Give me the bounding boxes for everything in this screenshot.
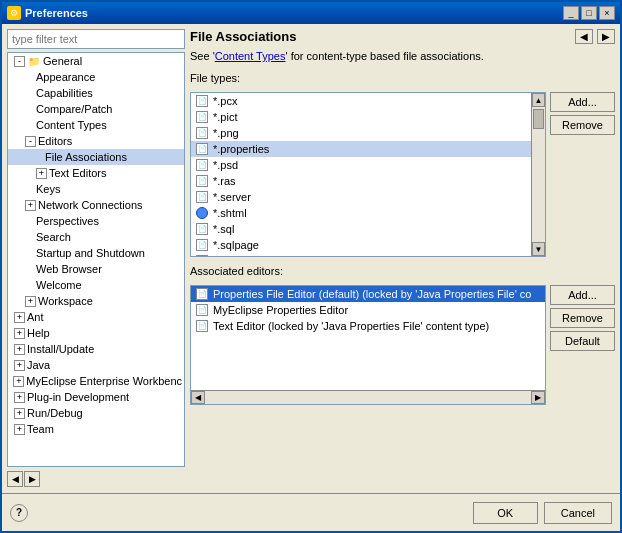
filetype-psd[interactable]: 📄 *.psd [191, 157, 531, 173]
cancel-button[interactable]: Cancel [544, 502, 612, 524]
editor-default-button[interactable]: Default [550, 331, 615, 351]
content-types-link[interactable]: Content Types [215, 50, 286, 62]
scroll-up-btn[interactable]: ▲ [532, 93, 545, 107]
filetype-list-container[interactable]: 📄 *.pcx 📄 *.pict 📄 *.png [191, 93, 531, 256]
minimize-button[interactable]: _ [563, 6, 579, 20]
panel-title: File Associations [190, 29, 296, 44]
window-title: Preferences [25, 7, 88, 19]
scroll-thumb[interactable] [533, 109, 544, 129]
tree-item-welcome[interactable]: Welcome [8, 277, 184, 293]
expand-ant[interactable]: + [14, 312, 25, 323]
expand-general[interactable]: - [14, 56, 25, 67]
tree-item-java[interactable]: + Java [8, 357, 184, 373]
h-scroll-track[interactable] [205, 391, 531, 404]
tree-container[interactable]: - 📁 General Appearance [7, 52, 185, 467]
tree-item-ant[interactable]: + Ant [8, 309, 184, 325]
scroll-track[interactable] [532, 107, 545, 242]
tree-item-appearance[interactable]: Appearance [8, 69, 184, 85]
editors-h-scrollbar[interactable]: ◀ ▶ [191, 390, 545, 404]
h-scroll-left[interactable]: ◀ [191, 391, 205, 404]
scroll-down-btn[interactable]: ▼ [532, 242, 545, 256]
tree-item-help[interactable]: + Help [8, 325, 184, 341]
expand-network[interactable]: + [25, 200, 36, 211]
tree-item-file-associations[interactable]: File Associations [8, 149, 184, 165]
left-nav: ◀ ▶ [7, 470, 185, 488]
editor-myeclipse-properties[interactable]: 📄 MyEclipse Properties Editor [191, 302, 545, 318]
expand-install[interactable]: + [14, 344, 25, 355]
tree-label-file-associations: File Associations [45, 151, 127, 163]
tree-item-perspectives[interactable]: Perspectives [8, 213, 184, 229]
tree-label-help: Help [27, 327, 50, 339]
expand-help[interactable]: + [14, 328, 25, 339]
content-area: - 📁 General Appearance [2, 24, 620, 531]
editor-icon-text: 📄 [195, 320, 209, 332]
tree-item-general[interactable]: - 📁 General [8, 53, 184, 69]
expand-editors[interactable]: - [25, 136, 36, 147]
tree-item-workspace[interactable]: + Workspace [8, 293, 184, 309]
search-input[interactable] [7, 29, 185, 49]
filetype-png[interactable]: 📄 *.png [191, 125, 531, 141]
tree-item-install-update[interactable]: + Install/Update [8, 341, 184, 357]
tree-item-compare-patch[interactable]: Compare/Patch [8, 101, 184, 117]
tree-item-search[interactable]: Search [8, 229, 184, 245]
tree-item-startup-shutdown[interactable]: Startup and Shutdown [8, 245, 184, 261]
tree-item-editors[interactable]: - Editors [8, 133, 184, 149]
expand-run-debug[interactable]: + [14, 408, 25, 419]
tree-item-keys[interactable]: Keys [8, 181, 184, 197]
editor-properties-label: Properties File Editor (default) (locked… [213, 288, 531, 300]
expand-myeclipse[interactable]: + [13, 376, 24, 387]
filetype-add-button[interactable]: Add... [550, 92, 615, 112]
filetype-shtml[interactable]: *.shtml [191, 205, 531, 221]
tree-item-myeclipse[interactable]: + MyEclipse Enterprise Workbenc [8, 373, 184, 389]
tree-label-run-debug: Run/Debug [27, 407, 83, 419]
h-scroll-right[interactable]: ▶ [531, 391, 545, 404]
help-button[interactable]: ? [10, 504, 28, 522]
tree-item-run-debug[interactable]: + Run/Debug [8, 405, 184, 421]
filetype-remove-button[interactable]: Remove [550, 115, 615, 135]
filetype-properties[interactable]: 📄 *.properties [191, 141, 531, 157]
filetype-sql-label: *.sql [213, 223, 234, 235]
editor-remove-button[interactable]: Remove [550, 308, 615, 328]
tree-label-web-browser: Web Browser [36, 263, 102, 275]
tree-item-network-connections[interactable]: + Network Connections [8, 197, 184, 213]
maximize-button[interactable]: □ [581, 6, 597, 20]
tree-item-capabilities[interactable]: Capabilities [8, 85, 184, 101]
tree-item-content-types[interactable]: Content Types [8, 117, 184, 133]
close-button[interactable]: × [599, 6, 615, 20]
ok-button[interactable]: OK [473, 502, 538, 524]
scroll-left-button[interactable]: ◀ [7, 471, 23, 487]
editor-icon-properties: 📄 [195, 288, 209, 300]
expand-java[interactable]: + [14, 360, 25, 371]
scroll-right-button[interactable]: ▶ [24, 471, 40, 487]
filetype-scrollbar[interactable]: ▲ ▼ [531, 93, 545, 256]
back-button[interactable]: ◀ [575, 29, 593, 44]
filetype-server[interactable]: 📄 *.server [191, 189, 531, 205]
tree-item-team[interactable]: + Team [8, 421, 184, 437]
filetype-sqlpage[interactable]: 📄 *.sqlpage [191, 237, 531, 253]
filetype-taq[interactable]: 📄 *.taq [191, 253, 531, 256]
expand-workspace[interactable]: + [25, 296, 36, 307]
expand-text-editors[interactable]: + [36, 168, 47, 179]
expand-plugin[interactable]: + [14, 392, 25, 403]
tree-item-plugin-dev[interactable]: + Plug-in Development [8, 389, 184, 405]
filetype-ras[interactable]: 📄 *.ras [191, 173, 531, 189]
tree-label-compare-patch: Compare/Patch [36, 103, 112, 115]
editor-text-editor[interactable]: 📄 Text Editor (locked by 'Java Propertie… [191, 318, 545, 334]
filetype-png-label: *.png [213, 127, 239, 139]
filetype-properties-label: *.properties [213, 143, 269, 155]
forward-button[interactable]: ▶ [597, 29, 615, 44]
editor-add-button[interactable]: Add... [550, 285, 615, 305]
tree-item-text-editors[interactable]: + Text Editors [8, 165, 184, 181]
left-panel: - 📁 General Appearance [7, 29, 185, 488]
tree-label-welcome: Welcome [36, 279, 82, 291]
tree-item-web-browser[interactable]: Web Browser [8, 261, 184, 277]
editor-properties-file[interactable]: 📄 Properties File Editor (default) (lock… [191, 286, 545, 302]
filetype-buttons: Add... Remove [550, 92, 615, 257]
expand-team[interactable]: + [14, 424, 25, 435]
filetype-pict[interactable]: 📄 *.pict [191, 109, 531, 125]
filetype-pcx[interactable]: 📄 *.pcx [191, 93, 531, 109]
info-text-suffix: ' for content-type based file associatio… [285, 50, 483, 62]
tree-label-plugin-dev: Plug-in Development [27, 391, 129, 403]
filetype-sql[interactable]: 📄 *.sql [191, 221, 531, 237]
filetype-taq-label: *.taq [213, 255, 236, 256]
